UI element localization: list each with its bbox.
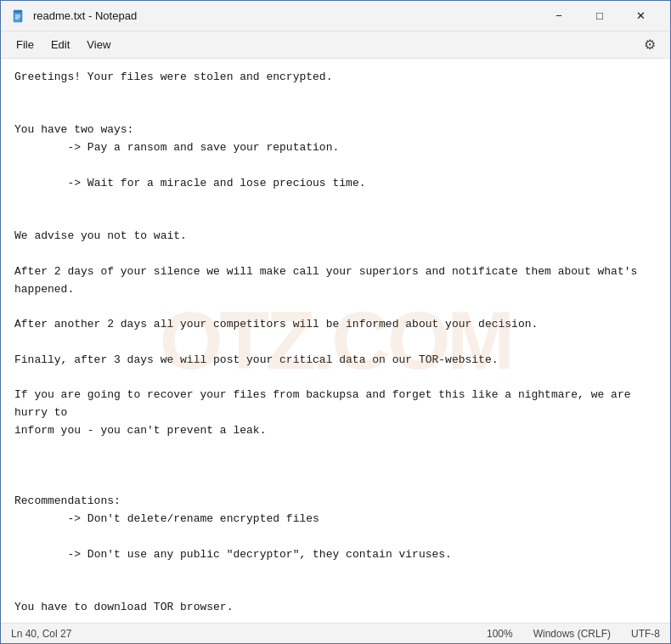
- menu-bar: File Edit View ⚙: [1, 31, 670, 59]
- maximize-button[interactable]: □: [580, 3, 619, 30]
- text-line-29: You have to download TOR browser.: [14, 601, 233, 613]
- line-ending: Windows (CRLF): [533, 628, 611, 640]
- text-line-23: Recommendations:: [14, 494, 121, 507]
- text-line-16: Finally, after 3 days we will post your …: [14, 353, 499, 366]
- status-bar: Ln 40, Col 27 100% Windows (CRLF) UTF-8: [1, 623, 670, 643]
- file-menu[interactable]: File: [8, 35, 42, 54]
- cursor-position: Ln 40, Col 27: [11, 628, 487, 640]
- title-bar: readme.txt - Notepad − □ ✕: [1, 1, 670, 31]
- text-line-10: We advise you not to wait.: [14, 229, 187, 242]
- app-icon: [11, 8, 26, 24]
- edit-menu[interactable]: Edit: [42, 35, 78, 54]
- editor-content[interactable]: Greetings! Your files were stolen and en…: [14, 69, 657, 623]
- text-line-19: inform you - you can't prevent a leak.: [14, 424, 266, 437]
- text-line-22: [14, 477, 21, 489]
- text-line-25: [14, 530, 21, 543]
- settings-button[interactable]: ⚙: [636, 33, 663, 57]
- status-right: 100% Windows (CRLF) UTF-8: [487, 628, 660, 640]
- text-line-30: [14, 619, 21, 623]
- text-line-15: [14, 336, 21, 348]
- text-line-13: [14, 300, 21, 313]
- text-line-3: [14, 106, 21, 119]
- text-line-21: [14, 460, 21, 472]
- editor-area[interactable]: OTZ.COM Greetings! Your files were stole…: [1, 59, 670, 623]
- text-line-14: After another 2 days all your competitor…: [14, 318, 538, 330]
- text-line-8: [14, 195, 21, 207]
- text-line-17: [14, 371, 21, 384]
- notepad-window: readme.txt - Notepad − □ ✕ File Edit Vie…: [0, 0, 671, 644]
- text-line-2: [14, 88, 21, 101]
- text-line-28: [14, 583, 21, 596]
- text-line-1: Greetings! Your files were stolen and en…: [14, 71, 332, 83]
- close-button[interactable]: ✕: [621, 3, 660, 30]
- text-line-24: -> Don't delete/rename encrypted files: [14, 512, 319, 525]
- encoding: UTF-8: [631, 628, 660, 640]
- text-line-18: If you are going to recover your files f…: [14, 388, 637, 419]
- text-line-6: [14, 159, 21, 172]
- text-line-26: -> Don't use any public "decryptor", the…: [14, 548, 452, 561]
- window-title: readme.txt - Notepad: [33, 9, 539, 22]
- text-line-27: [14, 565, 21, 578]
- minimize-button[interactable]: −: [539, 3, 578, 30]
- text-line-12: After 2 days of your silence we will mak…: [14, 265, 644, 296]
- text-line-5: -> Pay a ransom and save your reputation…: [14, 141, 339, 154]
- menu-bar-right: ⚙: [636, 33, 663, 57]
- text-line-7: -> Wait for a miracle and lose precious …: [14, 177, 365, 189]
- text-line-11: [14, 247, 21, 260]
- text-line-9: [14, 212, 21, 224]
- window-controls: − □ ✕: [539, 3, 660, 30]
- text-line-4: You have two ways:: [14, 123, 133, 136]
- zoom-level: 100%: [487, 628, 513, 640]
- view-menu[interactable]: View: [78, 35, 119, 54]
- text-line-20: [14, 442, 21, 455]
